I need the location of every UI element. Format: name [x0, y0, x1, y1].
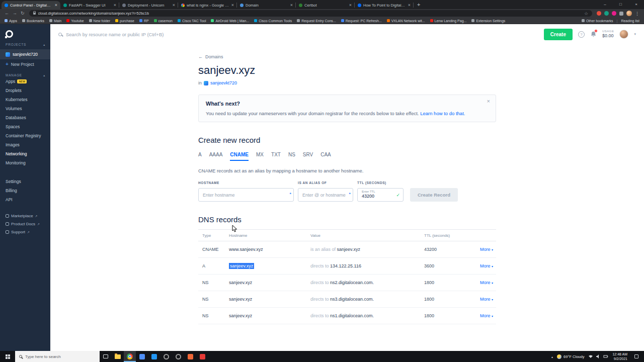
back-icon[interactable]: ←	[5, 11, 9, 16]
file-explorer-button[interactable]	[112, 351, 124, 362]
sidebar-item-api[interactable]: API	[0, 195, 50, 204]
manage-section-header[interactable]: MANAGE ▴	[0, 73, 50, 77]
breadcrumb[interactable]: ← Domains	[198, 54, 496, 59]
browser-tab-howto[interactable]: How To Point to DigitalOcean fo... ×	[355, 1, 414, 9]
notifications-bell-icon[interactable]	[590, 31, 597, 38]
extension-icon[interactable]	[604, 11, 609, 16]
sidebar-item-marketplace[interactable]: Marketplace↗	[0, 212, 50, 220]
bookmark-item[interactable]: casemon	[154, 19, 173, 23]
bookmark-item[interactable]: purchase	[115, 19, 134, 23]
sidebar-item-networking[interactable]: Networking	[0, 149, 50, 158]
more-button[interactable]: More ▾	[466, 313, 496, 318]
app-button[interactable]	[160, 351, 172, 362]
sidebar-item-databases[interactable]: Databases	[0, 113, 50, 122]
forward-icon[interactable]: →	[13, 11, 17, 16]
bookmark-item[interactable]: Cisco TAC Tool	[178, 19, 206, 23]
app-button[interactable]	[172, 351, 184, 362]
tab-close-icon[interactable]: ×	[231, 3, 234, 8]
window-maximize-button[interactable]: □	[613, 0, 628, 9]
bookmark-item[interactable]: Extension Settings	[471, 19, 505, 23]
ttl-input[interactable]: Enter TTL 43200 ✓	[357, 188, 404, 202]
sidebar-item-droplets[interactable]: Droplets	[0, 86, 50, 95]
tab-close-icon[interactable]: ×	[55, 3, 57, 8]
sidebar-item-volumes[interactable]: Volumes	[0, 104, 50, 113]
browser-tab-fastapi[interactable]: FastAPI - Swagger UI ×	[60, 1, 119, 9]
projects-section-header[interactable]: PROJECTS ▴	[0, 43, 50, 46]
browser-tab-digitalocean[interactable]: Control Panel - DigitalOcea... ×	[2, 1, 60, 9]
volume-icon[interactable]	[596, 354, 601, 359]
sidebar-item-settings[interactable]: Settings	[0, 177, 50, 186]
tab-ns[interactable]: NS	[288, 152, 295, 161]
bookmark-youtube[interactable]: Youtube	[66, 19, 84, 23]
sidebar-item-apps[interactable]: AppsNEW	[0, 77, 50, 86]
sidebar-item-project[interactable]: sanjeevkt720	[0, 49, 50, 59]
tab-mx[interactable]: MX	[256, 152, 264, 161]
weather-widget[interactable]: 69°F Cloudy	[557, 354, 584, 359]
sidebar-item-spaces[interactable]: Spaces	[0, 122, 50, 131]
more-button[interactable]: More ▾	[466, 297, 496, 302]
chevron-down-icon[interactable]: ▾	[634, 32, 636, 36]
sidebar-item-support[interactable]: Support↗	[0, 228, 50, 236]
sidebar-item-monitoring[interactable]: Monitoring	[0, 158, 50, 167]
task-view-button[interactable]	[100, 351, 112, 362]
bookmark-folder[interactable]: Main	[49, 19, 61, 23]
hostname-input[interactable]	[198, 188, 294, 202]
address-bar[interactable]: cloud.digitalocean.com/networking/domain…	[29, 10, 592, 17]
sidebar-item-product-docs[interactable]: Product Docs↗	[0, 220, 50, 228]
learn-how-link[interactable]: Learn how to do that.	[420, 111, 465, 116]
bookmark-item[interactable]: Lenw Landing Pag...	[430, 19, 467, 23]
bookmark-apps[interactable]: Apps	[5, 19, 17, 23]
close-icon[interactable]: ×	[487, 99, 490, 104]
browser-profile-avatar[interactable]	[626, 11, 632, 16]
app-button[interactable]	[136, 351, 148, 362]
browser-tab-certbot[interactable]: Certbot ×	[296, 1, 355, 9]
digitalocean-logo-icon[interactable]	[6, 30, 13, 38]
extension-icon[interactable]	[612, 11, 616, 16]
browser-menu-icon[interactable]: ⋮	[635, 11, 639, 16]
resource-search-input[interactable]	[66, 32, 540, 37]
extension-icon[interactable]	[597, 11, 601, 16]
vscode-button[interactable]	[148, 351, 160, 362]
project-link[interactable]: sanjeevkt720	[210, 80, 237, 85]
action-center-button[interactable]	[631, 354, 641, 358]
reading-list-button[interactable]: Reading list	[621, 19, 639, 23]
sidebar-item-billing[interactable]: Billing	[0, 186, 50, 195]
extensions-puzzle-icon[interactable]	[619, 12, 623, 16]
tab-cname[interactable]: CNAME	[230, 152, 249, 161]
tab-txt[interactable]: TXT	[271, 152, 281, 161]
chrome-button[interactable]	[124, 351, 136, 362]
sidebar-item-container-registry[interactable]: Container Registry	[0, 131, 50, 140]
tab-close-icon[interactable]: ×	[173, 3, 175, 8]
bookmark-item[interactable]: AirDroid Web | Man...	[211, 19, 249, 23]
window-minimize-button[interactable]: –	[597, 0, 613, 9]
sidebar-item-new-project[interactable]: + New Project	[0, 59, 50, 69]
browser-tab-deployment[interactable]: Deployment - Unicorn ×	[119, 1, 178, 9]
more-button[interactable]: More ▾	[466, 247, 496, 252]
account-avatar[interactable]	[619, 30, 628, 39]
tab-caa[interactable]: CAA	[320, 152, 331, 161]
sidebar-item-images[interactable]: Images	[0, 140, 50, 149]
tab-a[interactable]: A	[198, 152, 202, 161]
more-button[interactable]: More ▾	[466, 280, 496, 285]
tab-close-icon[interactable]: ×	[408, 3, 411, 8]
bookmark-folder[interactable]: New folder	[89, 19, 110, 23]
alias-input[interactable]	[298, 188, 353, 202]
refresh-icon[interactable]: ↻	[21, 11, 25, 16]
more-button[interactable]: More ▾	[466, 263, 496, 268]
tab-aaaa[interactable]: AAAA	[209, 152, 223, 161]
bookmark-item[interactable]: RP	[139, 19, 149, 23]
show-hidden-icons-chevron[interactable]: ▴	[551, 355, 553, 358]
other-bookmarks-button[interactable]: Other bookmarks	[582, 19, 613, 23]
browser-tab-domain[interactable]: Domain ×	[237, 1, 296, 9]
network-icon[interactable]	[588, 354, 593, 359]
help-icon[interactable]: ?	[578, 31, 585, 38]
taskbar-search[interactable]	[15, 351, 100, 362]
bookmark-star-icon[interactable]: ☆	[584, 11, 588, 16]
tab-close-icon[interactable]: ×	[290, 3, 293, 8]
app-button[interactable]	[184, 351, 196, 362]
app-button[interactable]	[196, 351, 208, 362]
taskbar-search-input[interactable]	[25, 354, 86, 359]
battery-icon[interactable]	[603, 354, 608, 359]
browser-tab-google-search[interactable]: what is nginx - Google Search ×	[178, 1, 237, 9]
taskbar-clock[interactable]: 12:48 AM 9/2/2021	[612, 352, 627, 361]
